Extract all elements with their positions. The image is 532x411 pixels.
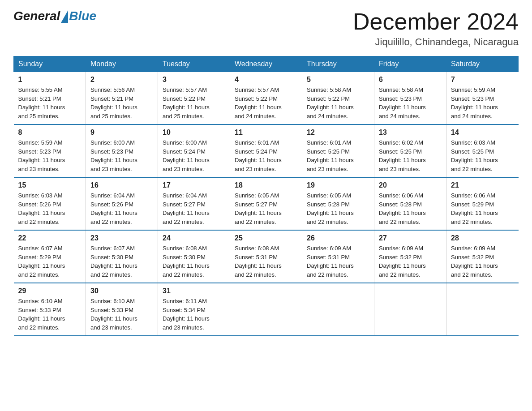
calendar-cell: 8Sunrise: 5:59 AM Sunset: 5:23 PM Daylig…: [14, 124, 86, 177]
calendar-cell: [374, 283, 446, 336]
calendar-cell: 30Sunrise: 6:10 AM Sunset: 5:33 PM Dayli…: [86, 283, 158, 336]
day-info: Sunrise: 5:59 AM Sunset: 5:23 PM Dayligh…: [451, 86, 514, 120]
calendar-cell: 3Sunrise: 5:57 AM Sunset: 5:22 PM Daylig…: [158, 72, 230, 125]
week-row-4: 22Sunrise: 6:07 AM Sunset: 5:29 PM Dayli…: [14, 230, 519, 283]
day-number: 5: [307, 76, 369, 84]
month-year-title: December 2024: [353, 9, 519, 34]
calendar-cell: 28Sunrise: 6:09 AM Sunset: 5:32 PM Dayli…: [446, 230, 519, 283]
day-number: 12: [307, 128, 369, 137]
weekday-header-wednesday: Wednesday: [230, 56, 302, 72]
day-number: 1: [18, 76, 82, 84]
day-number: 18: [235, 181, 297, 189]
day-number: 28: [451, 234, 514, 242]
day-number: 15: [18, 181, 82, 189]
calendar-cell: 27Sunrise: 6:09 AM Sunset: 5:32 PM Dayli…: [374, 230, 446, 283]
day-info: Sunrise: 5:55 AM Sunset: 5:21 PM Dayligh…: [18, 86, 82, 120]
weekday-header-saturday: Saturday: [446, 56, 519, 72]
week-row-1: 1Sunrise: 5:55 AM Sunset: 5:21 PM Daylig…: [14, 72, 519, 125]
day-info: Sunrise: 6:01 AM Sunset: 5:25 PM Dayligh…: [307, 138, 369, 173]
day-number: 24: [163, 234, 225, 242]
calendar-cell: 6Sunrise: 5:58 AM Sunset: 5:23 PM Daylig…: [374, 72, 446, 125]
day-info: Sunrise: 6:08 AM Sunset: 5:30 PM Dayligh…: [163, 244, 225, 279]
day-number: 21: [451, 181, 514, 189]
calendar-cell: 20Sunrise: 6:06 AM Sunset: 5:28 PM Dayli…: [374, 177, 446, 230]
day-info: Sunrise: 6:04 AM Sunset: 5:26 PM Dayligh…: [90, 191, 153, 226]
day-info: Sunrise: 5:58 AM Sunset: 5:23 PM Dayligh…: [379, 86, 442, 120]
calendar-cell: 19Sunrise: 6:05 AM Sunset: 5:28 PM Dayli…: [302, 177, 374, 230]
day-info: Sunrise: 6:08 AM Sunset: 5:31 PM Dayligh…: [235, 244, 297, 279]
day-number: 19: [307, 181, 369, 189]
day-info: Sunrise: 6:09 AM Sunset: 5:31 PM Dayligh…: [307, 244, 369, 279]
day-number: 13: [379, 128, 442, 137]
calendar-cell: 29Sunrise: 6:10 AM Sunset: 5:33 PM Dayli…: [14, 283, 86, 336]
weekday-header-thursday: Thursday: [302, 56, 374, 72]
day-number: 30: [90, 287, 153, 295]
calendar-table: SundayMondayTuesdayWednesdayThursdayFrid…: [13, 56, 519, 336]
calendar-cell: 23Sunrise: 6:07 AM Sunset: 5:30 PM Dayli…: [86, 230, 158, 283]
weekday-header-monday: Monday: [86, 56, 158, 72]
weekday-header-row: SundayMondayTuesdayWednesdayThursdayFrid…: [14, 56, 519, 72]
calendar-cell: [302, 283, 374, 336]
day-number: 7: [451, 76, 514, 84]
week-row-5: 29Sunrise: 6:10 AM Sunset: 5:33 PM Dayli…: [14, 283, 519, 336]
calendar-cell: [230, 283, 302, 336]
logo-triangle-icon: [61, 10, 68, 23]
day-number: 20: [379, 181, 442, 189]
calendar-cell: 16Sunrise: 6:04 AM Sunset: 5:26 PM Dayli…: [86, 177, 158, 230]
day-number: 2: [90, 76, 153, 84]
title-area: December 2024 Jiquilillo, Chinandega, Ni…: [353, 9, 519, 48]
day-info: Sunrise: 6:03 AM Sunset: 5:26 PM Dayligh…: [18, 191, 82, 226]
day-info: Sunrise: 5:56 AM Sunset: 5:21 PM Dayligh…: [90, 86, 153, 120]
day-number: 3: [163, 76, 225, 84]
logo-blue-text: Blue: [69, 9, 96, 23]
calendar-cell: 14Sunrise: 6:03 AM Sunset: 5:25 PM Dayli…: [446, 124, 519, 177]
day-number: 9: [90, 128, 153, 137]
day-info: Sunrise: 6:04 AM Sunset: 5:27 PM Dayligh…: [163, 191, 225, 226]
weekday-header-friday: Friday: [374, 56, 446, 72]
day-info: Sunrise: 6:03 AM Sunset: 5:25 PM Dayligh…: [451, 138, 514, 173]
calendar-cell: 9Sunrise: 6:00 AM Sunset: 5:23 PM Daylig…: [86, 124, 158, 177]
day-number: 16: [90, 181, 153, 189]
day-info: Sunrise: 6:02 AM Sunset: 5:25 PM Dayligh…: [379, 138, 442, 173]
calendar-cell: 7Sunrise: 5:59 AM Sunset: 5:23 PM Daylig…: [446, 72, 519, 125]
day-number: 23: [90, 234, 153, 242]
day-info: Sunrise: 6:00 AM Sunset: 5:24 PM Dayligh…: [163, 138, 225, 173]
day-number: 4: [235, 76, 297, 84]
day-info: Sunrise: 6:07 AM Sunset: 5:29 PM Dayligh…: [18, 244, 82, 279]
calendar-cell: 24Sunrise: 6:08 AM Sunset: 5:30 PM Dayli…: [158, 230, 230, 283]
weekday-header-sunday: Sunday: [14, 56, 86, 72]
day-number: 10: [163, 128, 225, 137]
calendar-cell: 26Sunrise: 6:09 AM Sunset: 5:31 PM Dayli…: [302, 230, 374, 283]
day-info: Sunrise: 5:57 AM Sunset: 5:22 PM Dayligh…: [235, 86, 297, 120]
day-number: 14: [451, 128, 514, 137]
calendar-cell: 13Sunrise: 6:02 AM Sunset: 5:25 PM Dayli…: [374, 124, 446, 177]
calendar-cell: 25Sunrise: 6:08 AM Sunset: 5:31 PM Dayli…: [230, 230, 302, 283]
day-info: Sunrise: 6:10 AM Sunset: 5:33 PM Dayligh…: [18, 297, 82, 332]
day-number: 25: [235, 234, 297, 242]
day-number: 29: [18, 287, 82, 295]
calendar-header: SundayMondayTuesdayWednesdayThursdayFrid…: [14, 56, 519, 72]
day-info: Sunrise: 6:06 AM Sunset: 5:29 PM Dayligh…: [451, 191, 514, 226]
logo-general-text: General: [13, 9, 60, 23]
day-number: 27: [379, 234, 442, 242]
day-info: Sunrise: 6:05 AM Sunset: 5:27 PM Dayligh…: [235, 191, 297, 226]
calendar-cell: 21Sunrise: 6:06 AM Sunset: 5:29 PM Dayli…: [446, 177, 519, 230]
calendar-cell: 22Sunrise: 6:07 AM Sunset: 5:29 PM Dayli…: [14, 230, 86, 283]
day-info: Sunrise: 6:07 AM Sunset: 5:30 PM Dayligh…: [90, 244, 153, 279]
calendar-cell: 15Sunrise: 6:03 AM Sunset: 5:26 PM Dayli…: [14, 177, 86, 230]
day-number: 6: [379, 76, 442, 84]
calendar-cell: 12Sunrise: 6:01 AM Sunset: 5:25 PM Dayli…: [302, 124, 374, 177]
day-info: Sunrise: 6:10 AM Sunset: 5:33 PM Dayligh…: [90, 297, 153, 332]
calendar-body: 1Sunrise: 5:55 AM Sunset: 5:21 PM Daylig…: [14, 72, 519, 336]
day-number: 17: [163, 181, 225, 189]
day-number: 26: [307, 234, 369, 242]
day-info: Sunrise: 6:09 AM Sunset: 5:32 PM Dayligh…: [379, 244, 442, 279]
day-number: 22: [18, 234, 82, 242]
calendar-cell: 1Sunrise: 5:55 AM Sunset: 5:21 PM Daylig…: [14, 72, 86, 125]
day-number: 31: [163, 287, 225, 295]
calendar-cell: [446, 283, 519, 336]
day-info: Sunrise: 6:00 AM Sunset: 5:23 PM Dayligh…: [90, 138, 153, 173]
weekday-header-tuesday: Tuesday: [158, 56, 230, 72]
day-info: Sunrise: 5:58 AM Sunset: 5:22 PM Dayligh…: [307, 86, 369, 120]
calendar-cell: 17Sunrise: 6:04 AM Sunset: 5:27 PM Dayli…: [158, 177, 230, 230]
